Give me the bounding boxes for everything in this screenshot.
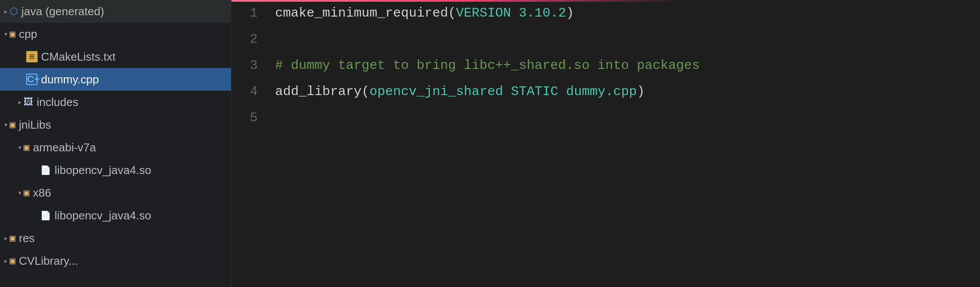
line-number: 2 — [231, 26, 258, 52]
code-token: ( — [448, 0, 456, 26]
code-token: # dummy target to bring libc++_shared.so… — [275, 52, 700, 79]
code-lines[interactable]: cmake_minimum_required(VERSION 3.10.2) #… — [266, 0, 980, 287]
sidebar-item-armeabi[interactable]: ▣ armeabi-v7a — [0, 136, 231, 159]
arrow-icon — [17, 97, 24, 107]
line-number: 3 — [231, 52, 258, 79]
sidebar-item-label: includes — [37, 96, 78, 109]
folder-icon: ▣ — [10, 28, 15, 40]
code-line-5 — [275, 105, 980, 131]
java-icon: ⬡ — [10, 6, 18, 17]
sidebar-item-libopencv-armeabi[interactable]: 📄 libopencv_java4.so — [0, 159, 231, 181]
folder-icon: ▣ — [10, 232, 15, 244]
so-file-icon: 📄 — [40, 165, 51, 176]
folder-icon: ▣ — [10, 119, 15, 131]
code-token: ) — [637, 79, 645, 105]
line-numbers: 1 2 3 4 5 — [231, 0, 266, 287]
code-line-1: cmake_minimum_required(VERSION 3.10.2) — [275, 0, 980, 26]
sidebar-item-label: dummy.cpp — [41, 73, 99, 86]
code-line-2 — [275, 26, 980, 52]
file-tree: ⬡ java (generated) ▣ cpp ≡ CMakeLists.tx… — [0, 0, 231, 287]
arrow-icon — [3, 120, 10, 130]
arrow-icon — [17, 143, 24, 152]
sidebar-item-cvlibrary[interactable]: ▣ CVLibrary... — [0, 249, 231, 272]
image-folder-icon: 🖼 — [24, 96, 33, 108]
top-accent-bar — [231, 0, 980, 2]
code-line-4: add_library(opencv_jni_shared STATIC dum… — [275, 79, 980, 105]
code-editor: 1 2 3 4 5 cmake_minimum_required(VERSION… — [231, 0, 980, 287]
sidebar-item-cmakelists[interactable]: ≡ CMakeLists.txt — [0, 45, 231, 68]
cmake-icon: ≡ — [26, 51, 38, 62]
folder-icon: ▣ — [24, 142, 29, 154]
sidebar-item-cpp[interactable]: ▣ cpp — [0, 23, 231, 45]
code-token: ( — [362, 79, 369, 105]
code-token: VERSION 3.10.2 — [456, 0, 566, 26]
arrow-icon — [3, 233, 10, 243]
sidebar-item-libopencv-x86[interactable]: 📄 libopencv_java4.so — [0, 204, 231, 227]
arrow-icon — [3, 29, 10, 39]
arrow-icon — [3, 7, 10, 16]
sidebar-item-dummy-cpp[interactable]: C+ dummy.cpp — [0, 68, 231, 91]
code-token: cmake_minimum_required — [275, 0, 448, 26]
sidebar-item-label: CVLibrary... — [19, 254, 78, 268]
sidebar-item-label: x86 — [33, 186, 51, 200]
sidebar-item-label: libopencv_java4.so — [55, 209, 151, 222]
line-number: 5 — [231, 105, 258, 131]
line-number: 4 — [231, 79, 258, 105]
sidebar-item-res[interactable]: ▣ res — [0, 227, 231, 249]
arrow-icon — [3, 256, 10, 266]
so-file-icon: 📄 — [40, 210, 51, 221]
sidebar-item-x86[interactable]: ▣ x86 — [0, 181, 231, 204]
cpp-file-icon: C+ — [26, 74, 38, 85]
code-token: ) — [566, 0, 574, 26]
sidebar-item-label: jniLibs — [19, 118, 51, 132]
arrow-icon — [17, 188, 24, 198]
folder-icon: ▣ — [10, 255, 15, 267]
sidebar-item-label: res — [19, 232, 35, 245]
sidebar-item-label: CMakeLists.txt — [41, 50, 116, 64]
code-token: add_library — [275, 79, 362, 105]
sidebar-item-label: libopencv_java4.so — [55, 164, 151, 177]
folder-icon: ▣ — [24, 187, 29, 199]
sidebar-item-label: java (generated) — [21, 5, 104, 18]
code-line-3: # dummy target to bring libc++_shared.so… — [275, 52, 980, 79]
line-number: 1 — [231, 0, 258, 26]
sidebar-item-java-generated[interactable]: ⬡ java (generated) — [0, 0, 231, 23]
sidebar-item-jnilibs[interactable]: ▣ jniLibs — [0, 113, 231, 136]
sidebar-item-includes[interactable]: 🖼 includes — [0, 91, 231, 113]
sidebar-item-label: cpp — [19, 27, 37, 41]
code-token: opencv_jni_shared STATIC dummy.cpp — [369, 79, 637, 105]
sidebar-item-label: armeabi-v7a — [33, 141, 96, 154]
